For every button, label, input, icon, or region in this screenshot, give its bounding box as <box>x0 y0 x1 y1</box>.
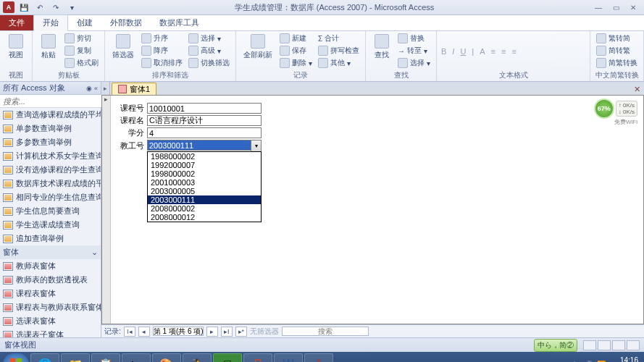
taskbar-app2[interactable]: 🎨 <box>152 353 181 362</box>
advanced-filter-button[interactable]: 高级▾ <box>187 45 231 56</box>
redo-icon[interactable]: ↷ <box>49 1 62 13</box>
minimize-button[interactable]: ― <box>590 2 606 12</box>
copy-button[interactable]: 复制 <box>63 45 100 56</box>
simp-to-trad-button[interactable]: 简转繁 <box>595 45 639 56</box>
taskbar-app3[interactable]: □ <box>213 353 242 362</box>
select-button[interactable]: 选择▾ <box>396 57 432 69</box>
nav-query-item[interactable]: 数据库技术课程成绩的平... <box>0 177 101 190</box>
nav-query-item[interactable]: 计算机技术系女学生查询 <box>0 149 101 163</box>
goto-button[interactable]: → 转至▾ <box>396 45 432 56</box>
taskbar-ie[interactable]: 🌐 <box>30 353 59 362</box>
record-search-input[interactable] <box>282 327 369 336</box>
dropdown-option[interactable]: 2008000002 <box>148 204 261 213</box>
nav-query-item[interactable]: 没有选修课程的学生查询 <box>0 163 101 177</box>
nav-query-item[interactable]: 查询选修课程成绩的平均值 <box>0 108 101 122</box>
taskbar-media[interactable]: ▶ <box>122 353 151 362</box>
design-view-button[interactable] <box>627 340 640 350</box>
nav-form-item[interactable]: 课程表与教师表联系窗体 <box>0 300 101 314</box>
align-center-button[interactable]: ≡ <box>501 47 506 56</box>
nav-search-input[interactable] <box>0 95 106 107</box>
font-color-button[interactable]: A <box>480 47 485 56</box>
nav-form-item[interactable]: 教师表的数据透视表 <box>0 273 101 287</box>
dropdown-option[interactable]: 2008000012 <box>148 213 261 222</box>
refresh-all-button[interactable]: 全部刷新 <box>241 33 275 62</box>
save-record-button[interactable]: 保存 <box>278 45 314 56</box>
nav-query-item[interactable]: 学生选课成绩查询 <box>0 218 101 232</box>
totals-button[interactable]: Σ 合计 <box>317 33 361 44</box>
teacher-id-combo[interactable]: 2003000111 ▾ <box>147 140 262 152</box>
sort-desc-button[interactable]: 降序 <box>140 45 184 56</box>
save-icon[interactable]: 💾 <box>17 1 30 13</box>
credit-input[interactable]: 4 <box>147 127 262 138</box>
nav-query-item[interactable]: 追加查询举例 <box>0 232 101 245</box>
new-record-nav-button[interactable]: ▸* <box>235 327 247 337</box>
dropdown-option[interactable]: 2003000111 <box>148 195 261 204</box>
nav-collapse-handle[interactable]: ▸ <box>101 82 110 95</box>
nav-category-forms[interactable]: 窗体⌄ <box>0 245 101 259</box>
taskbar-app1[interactable]: 📋 <box>91 353 120 362</box>
dropdown-option[interactable]: 1988000002 <box>148 152 261 161</box>
course-name-input[interactable]: C语言程序设计 <box>147 115 262 126</box>
delete-record-button[interactable]: 删除▾ <box>278 57 314 69</box>
tab-close-button[interactable]: ✕ <box>631 83 643 95</box>
taskbar-access[interactable]: A <box>304 353 333 362</box>
tab-external[interactable]: 外部数据 <box>101 15 151 30</box>
taskbar-explorer[interactable]: 📁 <box>61 353 90 362</box>
ime-indicator[interactable]: 中ら，简② <box>534 339 577 352</box>
teacher-id-dropdown[interactable]: 1988000002199200000719980000022001000003… <box>147 151 262 222</box>
network-widget[interactable]: 67% ↑ 0K/s ↓ 0K/s 免费WiFi <box>594 98 637 119</box>
sort-asc-button[interactable]: 升序 <box>140 33 184 44</box>
spelling-button[interactable]: 拼写检查 <box>317 45 361 56</box>
qat-dropdown-icon[interactable]: ▾ <box>65 1 78 13</box>
last-record-button[interactable]: ▸I <box>221 327 233 337</box>
italic-button[interactable]: I <box>452 47 454 56</box>
nav-form-item[interactable]: 选课表子窗体 <box>0 328 101 337</box>
bold-button[interactable]: B <box>441 47 446 56</box>
next-record-button[interactable]: ▸ <box>206 327 218 337</box>
align-right-button[interactable]: ≡ <box>511 47 516 56</box>
undo-icon[interactable]: ↶ <box>33 1 46 13</box>
teacher-id-input[interactable]: 2003000111 <box>147 140 251 151</box>
close-button[interactable]: ✕ <box>625 2 641 12</box>
more-records-button[interactable]: 其他▾ <box>317 57 361 69</box>
nav-query-item[interactable]: 多参数查询举例 <box>0 135 101 149</box>
dropdown-button[interactable]: ▾ <box>251 140 262 152</box>
trad-to-simp-button[interactable]: 繁转简 <box>595 33 639 44</box>
nav-query-item[interactable]: 相同专业的学生信息查询 <box>0 190 101 204</box>
underline-button[interactable]: U <box>460 47 466 56</box>
nav-query-item[interactable]: 单参数查询举例 <box>0 122 101 135</box>
record-selector[interactable]: ▸ <box>102 96 111 324</box>
record-position[interactable] <box>153 327 204 336</box>
nav-header[interactable]: 所有 Access 对象 ◉ « <box>0 82 101 95</box>
chevron-left-icon[interactable]: ◉ « <box>86 85 98 92</box>
toggle-filter-button[interactable]: 切换筛选 <box>187 57 231 69</box>
taskbar-powerpoint[interactable]: P <box>243 353 272 362</box>
prev-record-button[interactable]: ◂ <box>138 327 150 337</box>
dropdown-option[interactable]: 2001000003 <box>148 178 261 187</box>
filter-button[interactable]: 筛选器 <box>109 33 137 62</box>
dropdown-option[interactable]: 1992000007 <box>148 161 261 169</box>
replace-button[interactable]: 替换 <box>396 33 432 44</box>
document-tab[interactable]: 窗体1 <box>112 83 156 95</box>
clear-sort-button[interactable]: 取消排序 <box>140 57 184 69</box>
chinese-convert-button[interactable]: 简繁转换 <box>595 57 639 69</box>
first-record-button[interactable]: I◂ <box>124 327 135 337</box>
select-filter-button[interactable]: 选择▾ <box>187 33 231 44</box>
start-button[interactable] <box>3 353 29 362</box>
tab-create[interactable]: 创建 <box>68 15 101 30</box>
datasheet-view-button[interactable] <box>598 340 611 350</box>
nav-form-item[interactable]: 选课表窗体 <box>0 314 101 328</box>
nav-query-item[interactable]: 学生信息简要查询 <box>0 204 101 218</box>
dropdown-option[interactable]: 1998000002 <box>148 169 261 178</box>
align-left-button[interactable]: ≡ <box>491 47 495 56</box>
tab-dbtools[interactable]: 数据库工具 <box>151 15 208 30</box>
restore-button[interactable]: ▭ <box>608 2 624 12</box>
taskbar-qq[interactable]: 🐧 <box>183 353 212 362</box>
formatpainter-button[interactable]: 格式刷 <box>63 57 100 69</box>
layout-view-button[interactable] <box>612 340 625 350</box>
cut-button[interactable]: 剪切 <box>63 33 100 44</box>
nav-form-item[interactable]: 教师表窗体 <box>0 259 101 273</box>
course-id-input[interactable]: 10010001 <box>147 103 262 114</box>
paste-button[interactable]: 粘贴 <box>37 33 60 62</box>
taskbar-word[interactable]: W <box>274 353 303 362</box>
